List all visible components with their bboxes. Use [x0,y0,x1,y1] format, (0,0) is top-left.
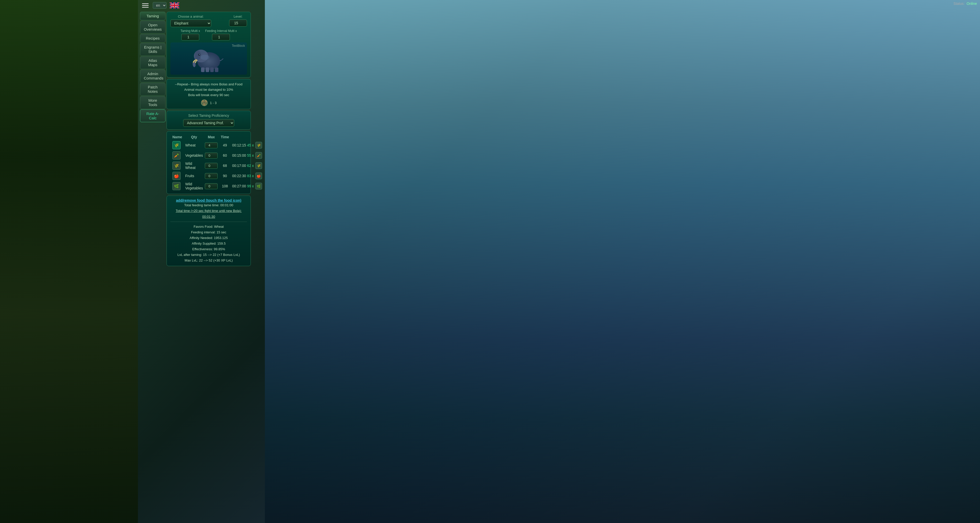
svg-point-10 [200,55,210,60]
col-max: Max [204,134,219,140]
feeding-multi-label: Feeding Interval Multi x [205,29,237,33]
nav-admin-commands[interactable]: Admin Commands [140,70,165,82]
food-name-2: Wild Wheat [184,161,204,171]
food-max-0: 49 [219,140,231,150]
food-qty-cell-3[interactable] [204,171,219,181]
status-bar: Status: Online [953,2,977,6]
proficiency-select[interactable]: Advanced Taming Prof. Basic Taming Prof.… [183,119,234,127]
food-green-1: 55 x 🥕 [247,150,263,161]
nav-atlas-maps[interactable]: Atlas Maps [140,56,165,69]
food-qty-3[interactable] [205,173,218,179]
info-card: --Repeat-- Bring always more Bolas and F… [167,79,251,109]
nav-recipes[interactable]: Recipes [140,34,165,42]
bola-icon [201,99,208,106]
animal-label: Choose a animal: [170,14,211,18]
food-row-2: 🌾 Wild Wheat 68 00:17:00 62 x 🌾 [170,161,263,171]
food-table-card: Name Qty Max Time 🌾 Wheat 49 00:12:15 45… [167,131,251,194]
food-qty-0[interactable] [205,142,218,148]
hamburger-menu[interactable] [141,2,150,9]
food-row-4: 🌿 Wild Vegetables 108 00:27:00 99 x 🌿 [170,181,263,191]
food-max-4: 108 [219,181,231,191]
favors-food: Favors Food: Wheat [170,224,247,230]
affinity-needed: Affinity Needed: 1953.125 [170,235,247,241]
food-icon-cell-0[interactable]: 🌾 [170,140,184,150]
food-green-3: 83 x 🍎 [247,171,263,181]
status-label: Status: [953,2,965,6]
food-qty-2[interactable] [205,163,218,169]
food-green-0: 45 x 🌾 [247,140,263,150]
food-row-1: 🥕 Vegetables 60 00:15:00 55 x 🥕 [170,150,263,161]
food-row-3: 🍎 Fruits 90 00:22:30 83 x 🍎 [170,171,263,181]
animal-select-group: Choose a animal: Elephant [170,14,211,27]
level-input[interactable] [229,19,247,27]
taming-multi-input[interactable] [181,34,199,40]
food-icon-cell-3[interactable]: 🍎 [170,171,184,181]
food-time-3: 00:22:30 [231,171,247,181]
col-qty: Qty [184,134,204,140]
food-time-0: 00:12:15 [231,140,247,150]
food-time-1: 00:15:00 [231,150,247,161]
food-table: Name Qty Max Time 🌾 Wheat 49 00:12:15 45… [170,134,263,191]
food-qty-1[interactable] [205,153,218,158]
feeding-interval: Feeding interval: 15 sec [170,230,247,235]
nav-patch-notes[interactable]: Patch Notes [140,83,165,96]
food-name-0: Wheat [184,140,204,150]
food-max-2: 68 [219,161,231,171]
proficiency-card: Select Taming Proficiency Advanced Tamin… [167,111,251,129]
col-time: Time [219,134,231,140]
nav-engrams-skills[interactable]: Engrams | Skills [140,43,165,56]
animal-selector-card: Choose a animal: Elephant Level: Taming … [167,12,251,77]
food-max-3: 90 [219,171,231,181]
total-time: Total time (+20 sec fight time until new… [170,208,247,219]
svg-rect-7 [205,67,209,72]
textblock-label: TextBlock [232,44,245,48]
food-icon-cell-1[interactable]: 🥕 [170,150,184,161]
food-row-0: 🌾 Wheat 49 00:12:15 45 x 🌾 [170,140,263,150]
status-value: Online [967,2,977,6]
effectiveness: Effectiveness: 99.85% [170,246,247,252]
feeding-multi-input[interactable] [212,34,230,40]
animal-image-area: TextBlock [170,42,247,75]
add-food-link[interactable]: add/remove food (touch the food icon) [170,198,247,203]
language-select[interactable]: en de fr [153,2,167,9]
food-qty-cell-2[interactable] [204,161,219,171]
nav-taming[interactable]: Taming [140,12,165,20]
lvl-after: LvL after taming: 15 --> 22 (+7 Bonus Lv… [170,252,247,258]
food-max-1: 60 [219,150,231,161]
feeding-multi-group: Feeding Interval Multi x [205,29,237,40]
svg-point-5 [199,54,200,55]
svg-rect-6 [201,67,205,72]
taming-multi-label: Taming Multi x [181,29,200,33]
affinity-supplied: Affinity Supplied: 159.5 [170,241,247,246]
summary-card: add/remove food (touch the food icon) To… [167,196,251,266]
food-icon-cell-4[interactable]: 🌿 [170,181,184,191]
food-time-4: 00:27:00 [231,181,247,191]
nav-open-overviews[interactable]: Open Overviews [140,21,165,33]
taming-panel: Choose a animal: Elephant Level: Taming … [167,12,251,266]
topbar: en de fr [138,1,182,10]
uk-flag-icon [170,2,179,8]
food-qty-cell-1[interactable] [204,150,219,161]
animal-dropdown[interactable]: Elephant [170,19,211,27]
nav-more-tools[interactable]: More Tools [140,96,165,109]
food-qty-cell-4[interactable] [204,181,219,191]
svg-rect-9 [215,67,218,72]
level-label: Level: [234,14,243,18]
food-icon-cell-2[interactable]: 🌾 [170,161,184,171]
food-name-3: Fruits [184,171,204,181]
nav-menu: Taming Open Overviews Recipes Engrams | … [140,12,165,122]
total-feeding: Total feeding tame time: 00:01:00 [170,203,247,208]
multi-row: Taming Multi x Feeding Interval Multi x [170,29,247,40]
food-name-4: Wild Vegetables [184,181,204,191]
food-green-2: 62 x 🌾 [247,161,263,171]
col-name: Name [170,134,184,140]
nav-rate-a-calc[interactable]: Rate A-Calc [140,109,165,122]
food-green-4: 99 x 🌿 [247,181,263,191]
food-qty-cell-0[interactable] [204,140,219,150]
favors-section: Favors Food: Wheat Feeding interval: 15 … [170,222,247,263]
bola-row: 1 - 3 [170,99,247,106]
max-lvl: Max LvL: 22 --> 52 (+30 XP LvL) [170,258,247,263]
food-qty-4[interactable] [205,183,218,189]
elephant-icon [191,45,226,73]
svg-rect-8 [210,67,214,72]
